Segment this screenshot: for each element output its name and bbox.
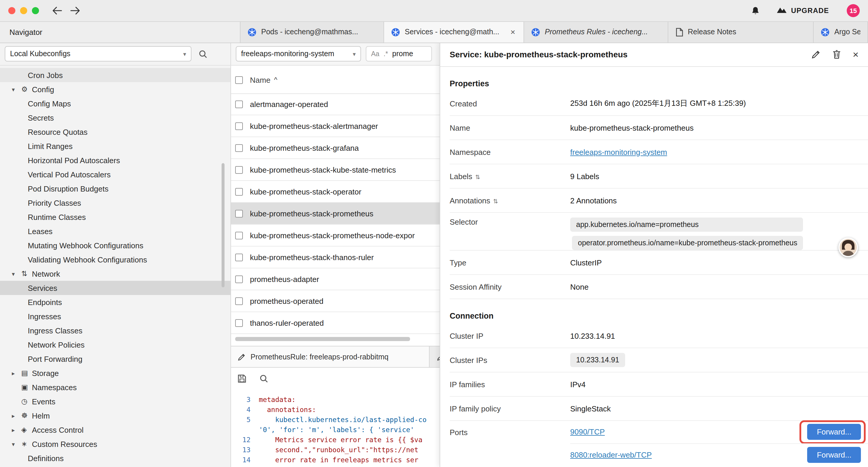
sidebar-item-definitions[interactable]: Definitions (0, 451, 230, 465)
row-checkbox[interactable] (235, 297, 243, 305)
expand-annotations-icon[interactable] (493, 196, 498, 205)
sidebar-scrollbar[interactable] (222, 163, 224, 287)
sidebar-item-label: Config (32, 85, 54, 94)
port-forward-button[interactable]: Forward... (807, 447, 861, 463)
edit-resource-icon[interactable] (811, 50, 821, 59)
horizontal-scrollbar[interactable] (235, 337, 410, 341)
zoom-window-button[interactable] (32, 7, 39, 14)
sidebar-item-events[interactable]: ◷Events (0, 394, 230, 408)
table-search-input[interactable]: Aa .* prome (366, 46, 432, 61)
sidebar-item-leases[interactable]: Leases (0, 224, 230, 238)
sidebar-item-namespaces[interactable]: ▣Namespaces (0, 380, 230, 394)
tab-prometheus-rules-icecheng[interactable]: Prometheus Rules - icecheng... (524, 21, 668, 42)
row-checkbox[interactable] (235, 253, 243, 261)
chevron-right-icon[interactable]: ▸ (12, 370, 21, 376)
chevron-down-icon[interactable]: ▾ (12, 86, 21, 92)
chevron-right-icon[interactable]: ▸ (12, 412, 21, 419)
port-link[interactable]: 9090/TCP (570, 428, 605, 437)
navigator-sidebar: Cron Jobs▾⚙ConfigConfig MapsSecretsResou… (0, 65, 231, 467)
regex-toggle[interactable]: .* (383, 50, 388, 57)
sidebar-item-endpoints[interactable]: Endpoints (0, 295, 230, 309)
tab-label: Pods - icecheng@mathmas... (261, 28, 358, 36)
kubernetes-icon (248, 28, 256, 36)
sidebar-item-label: Horizontal Pod Autoscalers (28, 156, 120, 165)
sidebar-item-vertical-pod-autoscalers[interactable]: Vertical Pod Autoscalers (0, 167, 230, 181)
port-forward-button[interactable]: Forward... (807, 424, 861, 440)
access-control-icon: ◈ (21, 426, 32, 434)
sidebar-item-label: Priority Classes (28, 198, 81, 207)
selector-badge: operator.prometheus.io/name=kube-prometh… (572, 236, 803, 250)
kubeconfig-selector[interactable]: Local Kubeconfigs (5, 46, 191, 61)
upgrade-button[interactable]: UPGRADE (776, 6, 829, 16)
sidebar-item-label: Vertical Pod Autoscalers (28, 170, 111, 179)
minimize-window-button[interactable] (20, 7, 27, 14)
chevron-down-icon[interactable]: ▾ (12, 270, 21, 277)
sidebar-item-validating-webhook-configuration[interactable]: Validating Webhook Configurations (0, 253, 230, 267)
sidebar-item-label: Network Policies (28, 340, 85, 349)
notifications-bell-icon[interactable] (751, 6, 760, 16)
port-link[interactable]: 8080:reloader-web/TCP (570, 450, 652, 459)
tab-pods-icecheng-mathmas[interactable]: Pods - icecheng@mathmas... (241, 21, 384, 42)
row-checkbox[interactable] (235, 209, 243, 217)
row-checkbox[interactable] (235, 166, 243, 174)
sidebar-item-label: Cron Jobs (28, 71, 63, 80)
labels-count: 9 Labels (570, 172, 599, 181)
sidebar-search-icon[interactable] (198, 49, 208, 58)
tab-services-icecheng-math[interactable]: Services - icecheng@math...× (384, 21, 524, 42)
save-icon[interactable] (238, 374, 246, 383)
sidebar-item-pod-disruption-budgets[interactable]: Pod Disruption Budgets (0, 181, 230, 196)
namespace-selector[interactable]: freeleaps-monitoring-system (236, 46, 361, 61)
tab-argo-se[interactable]: Argo Se (814, 21, 868, 42)
row-checkbox[interactable] (235, 231, 243, 239)
sidebar-item-resource-quotas[interactable]: Resource Quotas (0, 125, 230, 139)
sidebar-item-port-forwarding[interactable]: Port Forwarding (0, 352, 230, 366)
sidebar-item-secrets[interactable]: Secrets (0, 111, 230, 125)
sidebar-item-network-policies[interactable]: Network Policies (0, 338, 230, 352)
notification-count-badge[interactable]: 15 (847, 4, 860, 17)
property-value: ClusterIP (570, 258, 602, 267)
close-tab-icon[interactable]: × (509, 27, 517, 37)
name-column-header[interactable]: Name (250, 76, 270, 84)
sidebar-item-access-control[interactable]: ▸◈Access Control (0, 423, 230, 437)
row-name: kube-prometheus-stack-operator (250, 187, 361, 196)
back-button[interactable] (52, 6, 62, 15)
forward-button[interactable] (70, 6, 80, 15)
namespace-link[interactable]: freeleaps-monitoring-system (570, 147, 667, 156)
row-checkbox[interactable] (235, 275, 243, 283)
tab-release-notes[interactable]: Release Notes (668, 21, 814, 42)
row-checkbox[interactable] (235, 188, 243, 195)
sidebar-item-priority-classes[interactable]: Priority Classes (0, 196, 230, 210)
sidebar-item-mutating-webhook-configurations[interactable]: Mutating Webhook Configurations (0, 238, 230, 253)
sidebar-item-storage[interactable]: ▸▤Storage (0, 366, 230, 380)
sidebar-item-horizontal-pod-autoscalers[interactable]: Horizontal Pod Autoscalers (0, 153, 230, 167)
sidebar-item-cron-jobs[interactable]: Cron Jobs (0, 68, 230, 82)
row-checkbox[interactable] (235, 122, 243, 130)
close-panel-icon[interactable]: × (852, 49, 859, 59)
sidebar-item-custom-resources[interactable]: ▾∗Custom Resources (0, 437, 230, 451)
sidebar-item-ingress-classes[interactable]: Ingress Classes (0, 323, 230, 338)
dock-tab-prometheusrule[interactable]: PrometheusRule: freeleaps-prod-rabbitmq (230, 346, 430, 367)
row-checkbox[interactable] (235, 319, 243, 327)
sidebar-item-services[interactable]: Services (0, 281, 230, 295)
sidebar-item-config[interactable]: ▾⚙Config (0, 82, 230, 96)
chevron-right-icon[interactable]: ▸ (12, 427, 21, 433)
chevron-down-icon[interactable]: ▾ (12, 441, 21, 447)
sort-ascending-icon[interactable]: ^ (274, 76, 277, 84)
close-window-button[interactable] (8, 7, 16, 14)
editor-search-icon[interactable] (259, 374, 268, 383)
delete-resource-icon[interactable] (833, 50, 841, 59)
property-label: IP family policy (450, 404, 570, 413)
match-case-toggle[interactable]: Aa (371, 50, 379, 57)
sidebar-item-runtime-classes[interactable]: Runtime Classes (0, 210, 230, 224)
user-avatar[interactable] (838, 238, 858, 257)
sidebar-item-limit-ranges[interactable]: Limit Ranges (0, 139, 230, 153)
sidebar-item-helm[interactable]: ▸☸Helm (0, 408, 230, 423)
row-checkbox[interactable] (235, 144, 243, 152)
kubernetes-icon (821, 28, 830, 36)
row-checkbox[interactable] (235, 100, 243, 108)
sidebar-item-ingresses[interactable]: Ingresses (0, 309, 230, 323)
select-all-checkbox[interactable] (235, 76, 243, 84)
expand-labels-icon[interactable] (475, 172, 480, 181)
sidebar-item-network[interactable]: ▾⇅Network (0, 267, 230, 281)
sidebar-item-config-maps[interactable]: Config Maps (0, 96, 230, 111)
